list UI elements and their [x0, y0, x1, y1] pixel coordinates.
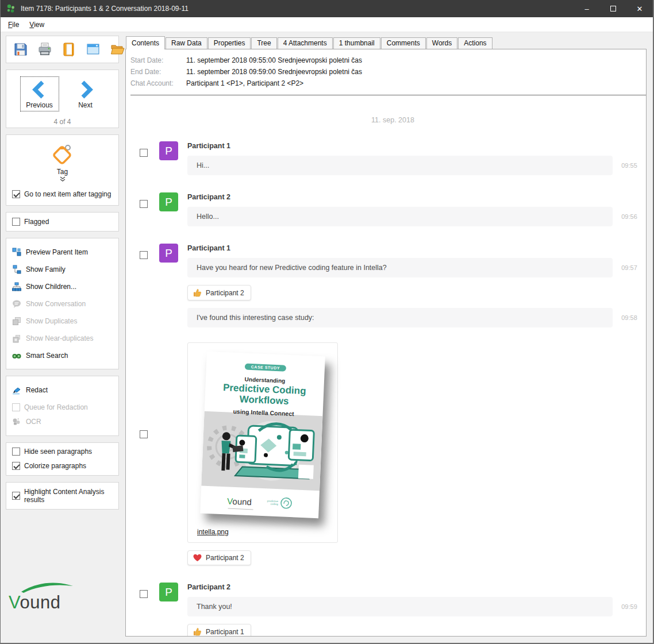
- message-author: Participant 1: [187, 244, 646, 252]
- avatar: P: [159, 192, 178, 211]
- tag-icon: [50, 142, 75, 167]
- next-button[interactable]: Next: [67, 77, 105, 111]
- toolbar: [6, 36, 119, 63]
- header-separator: [130, 95, 646, 95]
- message-time: 09:59: [613, 603, 646, 610]
- colorize-paragraphs-checkbox[interactable]: [12, 462, 20, 470]
- tag-box: Tag Go to next item after tagging: [6, 134, 119, 206]
- case-study-cover: CASE STUDY Understanding Predictive Codi…: [200, 352, 325, 518]
- message-author: Participant 2: [187, 193, 646, 201]
- contents-panel: Start Date: 11. september 2018 09:55:00 …: [125, 49, 647, 637]
- previous-button[interactable]: Previous: [21, 77, 59, 111]
- message-row: P Participant 2 Thank you! 09:59 Partici…: [140, 583, 646, 637]
- message-row: P Participant 1 Hi... 09:55: [140, 141, 646, 175]
- tab-thumbnail[interactable]: 1 thumbnail: [333, 37, 380, 49]
- end-date-value: 11. september 2018 09:59:00 Srednjeevrop…: [186, 68, 362, 76]
- ocr-button: OCR: [6, 411, 118, 430]
- save-button[interactable]: [13, 42, 28, 57]
- queue-for-redaction-label: Queue for Redaction: [24, 403, 88, 411]
- main-panel: Contents Raw Data Properties Tree 4 Atta…: [125, 36, 647, 637]
- print-button[interactable]: [37, 42, 52, 57]
- start-date-value: 11. september 2018 09:55:00 Srednjeevrop…: [186, 56, 362, 64]
- start-date-label: Start Date:: [130, 56, 186, 64]
- tab-contents[interactable]: Contents: [126, 36, 165, 49]
- go-next-after-tagging-checkbox[interactable]: [12, 190, 20, 198]
- menu-view[interactable]: View: [24, 18, 49, 31]
- cover-badge: CASE STUDY: [245, 364, 287, 372]
- tab-words[interactable]: Words: [426, 37, 457, 49]
- tab-raw-data[interactable]: Raw Data: [166, 37, 207, 49]
- message-time: 09:56: [613, 213, 646, 220]
- message-checkbox[interactable]: [140, 251, 148, 259]
- ocr-icon: [12, 417, 21, 426]
- menu-file[interactable]: File: [3, 18, 24, 31]
- cover-predictive-coding-badge: predictive coding: [260, 496, 293, 510]
- export-icon: [61, 42, 76, 57]
- chevron-left-icon: [29, 79, 50, 100]
- brain-badge-icon: [279, 496, 293, 510]
- paragraph-options-box: Hide seen paragraphs Colorize paragraphs: [6, 442, 119, 476]
- flagged-checkbox[interactable]: [12, 218, 20, 226]
- show-children[interactable]: Show Children...: [6, 278, 118, 295]
- highlight-content-analysis-checkbox[interactable]: [12, 492, 20, 500]
- chevron-double-down-icon: [59, 176, 66, 182]
- title-bar: Item 7178: Participants 1 & 2 Conversati…: [1, 0, 653, 17]
- tab-comments[interactable]: Comments: [381, 37, 426, 49]
- tab-attachments[interactable]: 4 Attachments: [278, 37, 333, 49]
- message-checkbox[interactable]: [140, 200, 148, 208]
- tab-actions[interactable]: Actions: [458, 37, 492, 49]
- show-near-duplicates: Show Near-duplicates: [6, 330, 118, 347]
- hide-seen-paragraphs-label: Hide seen paragraphs: [24, 448, 92, 456]
- tag-button[interactable]: Tag: [50, 142, 75, 182]
- chat-area: 11. sep. 2018 P Participant 1 Hi... 09:5…: [126, 116, 646, 637]
- preview-parent-item[interactable]: Preview Parent Item: [6, 244, 118, 261]
- tag-label: Tag: [57, 168, 68, 176]
- flagged-label: Flagged: [24, 218, 49, 226]
- tab-tree[interactable]: Tree: [251, 37, 276, 49]
- message-checkbox[interactable]: [140, 590, 148, 598]
- minimize-button[interactable]: –: [574, 0, 600, 17]
- avatar: P: [159, 141, 178, 160]
- avatar: P: [159, 244, 178, 263]
- vound-swoosh-icon: [21, 580, 74, 593]
- export-button[interactable]: [61, 42, 76, 57]
- window-title: Item 7178: Participants 1 & 2 Conversati…: [21, 5, 188, 13]
- app-icon: [6, 3, 16, 14]
- show-duplicates: Show Duplicates: [6, 313, 118, 330]
- message-time: 09:57: [613, 264, 646, 271]
- colorize-paragraphs-label: Colorize paragraphs: [24, 462, 86, 470]
- marker-icon: [12, 385, 21, 395]
- attachment-card[interactable]: CASE STUDY Understanding Predictive Codi…: [187, 342, 338, 543]
- message-bubble: Have you heard for new Predictive coding…: [187, 258, 613, 277]
- attachment-filename-link[interactable]: intella.png: [197, 528, 229, 536]
- previous-label: Previous: [26, 101, 53, 109]
- vound-v: V: [9, 592, 20, 612]
- preview-window-button[interactable]: [86, 42, 101, 57]
- message-bubble: Thank you!: [187, 597, 613, 616]
- thumbs-up-icon: [193, 627, 202, 636]
- go-next-after-tagging-label: Go to next item after tagging: [24, 190, 111, 198]
- duplicates-icon: [12, 317, 21, 326]
- maximize-button[interactable]: [600, 0, 626, 17]
- flagged-box: Flagged: [6, 212, 119, 232]
- avatar: P: [159, 583, 178, 601]
- open-folder-button[interactable]: [110, 42, 125, 57]
- smart-search[interactable]: Smart Search: [6, 347, 118, 364]
- attachment-checkbox[interactable]: [140, 430, 148, 438]
- redact-box: Redact Queue for Redaction OCR: [6, 376, 119, 436]
- reaction-chip: Participant 1: [187, 624, 251, 637]
- queue-for-redaction-checkbox: [12, 403, 20, 411]
- message-bubble: Hello...: [187, 207, 613, 226]
- conversation-bubble-icon: [12, 299, 21, 308]
- chat-account-label: Chat Account:: [130, 79, 186, 87]
- message-checkbox[interactable]: [140, 149, 148, 157]
- vound-logo: Vound: [9, 581, 78, 611]
- message-time: 09:58: [613, 314, 646, 321]
- close-button[interactable]: ✕: [626, 0, 653, 17]
- show-family[interactable]: Show Family: [6, 261, 118, 278]
- tab-properties[interactable]: Properties: [208, 37, 251, 49]
- heart-icon: [193, 554, 202, 562]
- redact-button[interactable]: Redact: [6, 381, 118, 399]
- hide-seen-paragraphs-checkbox[interactable]: [12, 448, 20, 456]
- reaction-chip: Participant 2: [187, 550, 251, 565]
